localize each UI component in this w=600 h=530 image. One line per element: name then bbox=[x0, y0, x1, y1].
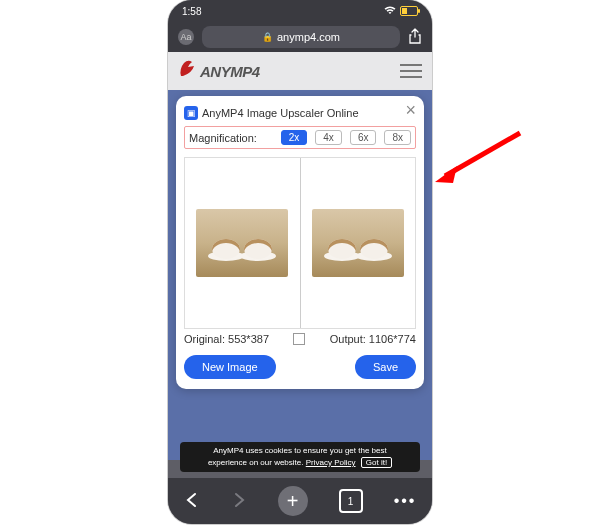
back-icon[interactable] bbox=[184, 490, 200, 513]
menu-icon[interactable] bbox=[400, 64, 422, 78]
logo-mark-icon bbox=[178, 59, 198, 84]
mag-option-4x[interactable]: 4x bbox=[315, 130, 342, 145]
tabs-icon[interactable]: 1 bbox=[339, 489, 363, 513]
app-badge-icon: ▣ bbox=[184, 106, 198, 120]
browser-toolbar: + 1 ••• bbox=[168, 478, 432, 524]
close-icon[interactable]: × bbox=[405, 100, 416, 121]
lock-aspect-checkbox[interactable] bbox=[293, 333, 305, 345]
original-image bbox=[196, 209, 288, 277]
modal-title-row: ▣ AnyMP4 Image Upscaler Online bbox=[184, 106, 416, 120]
mag-option-2x[interactable]: 2x bbox=[281, 130, 308, 145]
more-icon[interactable]: ••• bbox=[394, 492, 417, 510]
battery-icon bbox=[400, 6, 418, 16]
address-bar: Aa 🔒 anymp4.com bbox=[168, 22, 432, 52]
forward-icon bbox=[231, 490, 247, 513]
modal-actions: New Image Save bbox=[184, 355, 416, 379]
output-pane[interactable] bbox=[301, 158, 416, 328]
save-button[interactable]: Save bbox=[355, 355, 416, 379]
magnification-label: Magnification: bbox=[189, 132, 257, 144]
modal-title: AnyMP4 Image Upscaler Online bbox=[202, 107, 359, 119]
svg-line-0 bbox=[445, 133, 520, 176]
svg-marker-1 bbox=[435, 166, 457, 183]
wifi-icon bbox=[384, 6, 396, 17]
status-indicators bbox=[384, 6, 418, 17]
output-dimensions: Output: 1106*774 bbox=[330, 333, 416, 345]
magnification-row: Magnification: 2x 4x 6x 8x bbox=[184, 126, 416, 149]
privacy-link[interactable]: Privacy Policy bbox=[306, 458, 356, 467]
url-field[interactable]: 🔒 anymp4.com bbox=[202, 26, 400, 48]
original-dimensions: Original: 553*387 bbox=[184, 333, 269, 345]
status-time: 1:58 bbox=[182, 6, 201, 17]
cookie-accept-button[interactable]: Got it! bbox=[361, 457, 392, 468]
url-text: anymp4.com bbox=[277, 31, 340, 43]
phone-frame: 1:58 Aa 🔒 anymp4.com ANYMP4 bbox=[168, 0, 432, 524]
site-header: ANYMP4 bbox=[168, 52, 432, 90]
status-bar: 1:58 bbox=[168, 0, 432, 22]
new-tab-icon[interactable]: + bbox=[278, 486, 308, 516]
mag-option-6x[interactable]: 6x bbox=[350, 130, 377, 145]
original-pane[interactable] bbox=[185, 158, 300, 328]
brand-name: ANYMP4 bbox=[200, 63, 260, 80]
annotation-arrow bbox=[435, 128, 525, 188]
lock-icon: 🔒 bbox=[262, 32, 273, 42]
image-compare bbox=[184, 157, 416, 329]
output-image bbox=[312, 209, 404, 277]
cookie-text-1: AnyMP4 uses cookies to ensure you get th… bbox=[213, 446, 386, 455]
cookie-text-2: experience on our website. bbox=[208, 458, 304, 467]
cookie-banner: AnyMP4 uses cookies to ensure you get th… bbox=[180, 442, 420, 472]
share-icon[interactable] bbox=[408, 28, 422, 47]
new-image-button[interactable]: New Image bbox=[184, 355, 276, 379]
mag-option-8x[interactable]: 8x bbox=[384, 130, 411, 145]
upscaler-modal: × ▣ AnyMP4 Image Upscaler Online Magnifi… bbox=[176, 96, 424, 389]
brand-logo[interactable]: ANYMP4 bbox=[178, 59, 260, 84]
reader-mode-icon[interactable]: Aa bbox=[178, 29, 194, 45]
page-content: × ▣ AnyMP4 Image Upscaler Online Magnifi… bbox=[168, 90, 432, 460]
dimensions-row: Original: 553*387 Output: 1106*774 bbox=[184, 333, 416, 345]
